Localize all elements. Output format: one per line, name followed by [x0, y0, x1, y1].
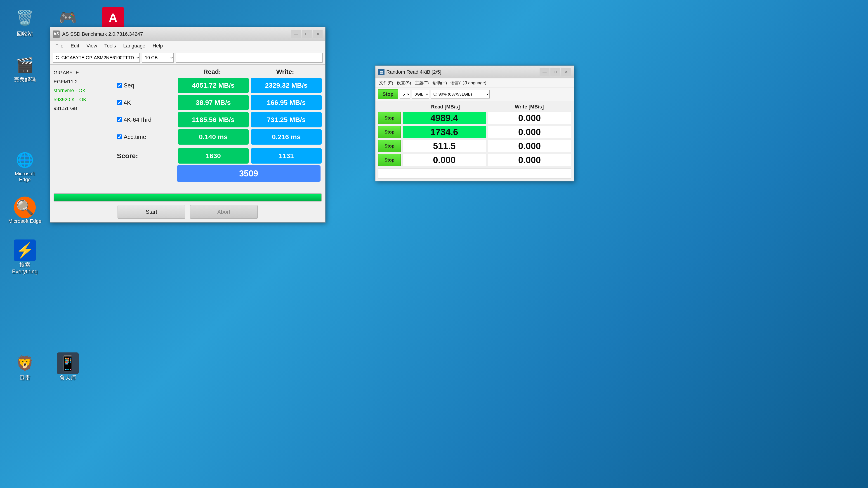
- progress-area: Start Abort: [54, 186, 322, 219]
- as-ssd-menubar: File Edit View Tools Language Help: [50, 41, 325, 51]
- progress-bar-bg: [54, 193, 322, 201]
- 4k-read-value: 38.97 MB/s: [178, 95, 249, 110]
- desktop-icon-recycle[interactable]: 🗑️ 回收站: [7, 7, 43, 37]
- adobe-icon: A: [102, 7, 124, 29]
- desktop-icon-nightgod[interactable]: 📱 鲁大师: [50, 352, 86, 381]
- desktop-icon-xunlei[interactable]: ⚡ 搜索Everything: [7, 239, 43, 275]
- column-headers: Read: Write:: [117, 68, 322, 75]
- edge-label: MicrosoftEdge: [15, 171, 35, 183]
- rand-content: Read [MB/s] Write [MB/s] Stop 4989.4 0.0…: [375, 101, 574, 181]
- rand-toolbar: Stop 5 8GiB C: 90% (837/931GiB): [375, 88, 574, 101]
- write-header: Write:: [249, 68, 322, 75]
- custom-path-input[interactable]: [176, 53, 322, 63]
- rand-close-button[interactable]: ✕: [561, 68, 571, 76]
- rand-menu-theme[interactable]: 主题(T): [413, 79, 431, 86]
- rand-menu-settings[interactable]: 设置(S): [395, 79, 413, 86]
- score-label: Score:: [117, 152, 176, 160]
- progress-text: [54, 186, 322, 193]
- acctime-row: Acc.time 0.140 ms 0.216 ms: [117, 129, 322, 144]
- menu-help[interactable]: Help: [149, 42, 166, 50]
- menu-language[interactable]: Language: [120, 42, 149, 50]
- rand-menubar: 文件(F) 设置(S) 主题(T) 帮助(H) 语言(L)(Language): [375, 78, 574, 88]
- score-row: Score: 1630 1131: [117, 148, 322, 164]
- seq-label: Seq: [124, 82, 134, 89]
- rand-menu-language[interactable]: 语言(L)(Language): [449, 79, 488, 86]
- as-ssd-titlebar: AS AS SSD Benchmark 2.0.7316.34247 — □ ✕: [50, 27, 325, 41]
- xunlei-icon: ⚡: [14, 239, 36, 261]
- games-icon: 🎮: [57, 7, 79, 29]
- 4k-row: 4K 38.97 MB/s 166.95 MB/s: [117, 95, 322, 110]
- xunlei-label: 搜索Everything: [7, 261, 43, 275]
- as-ssd-content: GIGABYTE EGFM11.2 stornvme - OK 593920 K…: [50, 65, 325, 222]
- rand-controls: — □ ✕: [539, 68, 571, 76]
- desktop-icon-ludashi[interactable]: 🦁 迅雷: [7, 352, 43, 381]
- rand-count-select[interactable]: 5: [400, 90, 410, 98]
- drive-select[interactable]: C: GIGABYTE GP-ASM2NE6100TTTD: [53, 53, 140, 63]
- ludashi-icon: 🦁: [14, 352, 36, 374]
- score-total-value: 3509: [177, 165, 320, 182]
- rand-stop-btn-3[interactable]: Stop: [378, 140, 401, 152]
- as-ssd-title: AS SSD Benchmark 2.0.7316.34247: [62, 31, 291, 37]
- menu-tools[interactable]: Tools: [101, 42, 120, 50]
- as-ssd-close-button[interactable]: ✕: [313, 30, 322, 38]
- menu-file[interactable]: File: [52, 42, 67, 50]
- as-ssd-minimize-button[interactable]: —: [291, 30, 301, 38]
- rand-maximize-button[interactable]: □: [550, 68, 560, 76]
- seq-checkbox[interactable]: [117, 83, 122, 88]
- decoder-label: 完美解码: [14, 76, 36, 83]
- rand-size-select[interactable]: 8GiB: [412, 90, 429, 98]
- seq-read-value: 4051.72 MB/s: [178, 78, 249, 93]
- 4k-checkbox[interactable]: [117, 100, 122, 105]
- desktop-icon-decoder[interactable]: 🎬 完美解码: [7, 54, 43, 83]
- read-header: Read:: [176, 68, 249, 75]
- desktop-icon-edge[interactable]: 🌐 MicrosoftEdge: [7, 149, 43, 183]
- abort-button[interactable]: Abort: [190, 205, 258, 219]
- rand-stop-btn-1[interactable]: Stop: [378, 111, 401, 124]
- rand-row-4: Stop 0.000 0.000: [378, 154, 571, 166]
- rand-minimize-button[interactable]: —: [539, 68, 550, 76]
- start-button[interactable]: Start: [118, 205, 185, 219]
- rand-read-header: Read [MB/s]: [403, 104, 487, 110]
- rand-stop-btn-4[interactable]: Stop: [378, 154, 401, 166]
- as-ssd-window: AS AS SSD Benchmark 2.0.7316.34247 — □ ✕…: [50, 27, 326, 223]
- acctime-read-value: 0.140 ms: [178, 129, 249, 144]
- benchmark-results: Read: Write: Seq 4051.72 MB/s 2329.32 MB…: [117, 68, 322, 182]
- 4k64-checkbox[interactable]: [117, 117, 122, 122]
- as-ssd-icon: AS: [53, 31, 60, 38]
- drive-firmware: EGFM11.2: [54, 77, 112, 86]
- acctime-checkbox[interactable]: [117, 134, 122, 139]
- progress-bar-fill: [54, 194, 321, 201]
- rand-drive-select[interactable]: C: 90% (837/931GiB): [431, 90, 490, 98]
- everything-label: Microsoft Edge: [8, 218, 41, 224]
- rand-read-val-2: 1734.6: [403, 126, 486, 138]
- rand-read-val-3: 511.5: [403, 140, 486, 152]
- drive-total: 931.51 GB: [54, 104, 112, 113]
- nightgod-icon: 📱: [57, 352, 79, 374]
- acctime-label: Acc.time: [124, 133, 146, 140]
- rand-read-val-4: 0.000: [403, 154, 486, 166]
- desktop-icon-everything[interactable]: 🔍 Microsoft Edge: [7, 197, 43, 224]
- rand-menu-file[interactable]: 文件(F): [377, 79, 395, 86]
- rand-row-2: Stop 1734.6 0.000: [378, 126, 571, 138]
- rand-icon: ▤: [378, 69, 384, 75]
- decoder-icon: 🎬: [14, 54, 36, 76]
- score-write-value: 1131: [251, 148, 322, 164]
- menu-view[interactable]: View: [83, 42, 101, 50]
- recycle-icon: 🗑️: [14, 7, 36, 29]
- menu-edit[interactable]: Edit: [67, 42, 83, 50]
- rand-menu-help[interactable]: 帮助(H): [431, 79, 449, 86]
- size-select[interactable]: 10 GB: [142, 53, 174, 63]
- rand-write-val-1: 0.000: [488, 111, 571, 124]
- rand-progress-area: [378, 168, 571, 178]
- nightgod-label: 鲁大师: [60, 374, 76, 381]
- score-read-value: 1630: [178, 148, 249, 164]
- rand-read-val-1: 4989.4: [403, 111, 486, 124]
- rand-title: Random Read 4KiB [2/5]: [386, 69, 539, 75]
- seq-write-value: 2329.32 MB/s: [251, 78, 322, 93]
- rand-stop-btn-2[interactable]: Stop: [378, 126, 401, 138]
- ludashi-label: 迅雷: [20, 374, 30, 381]
- 4k64-row: 4K-64Thrd 1185.56 MB/s 731.25 MB/s: [117, 112, 322, 127]
- as-ssd-maximize-button[interactable]: □: [302, 30, 312, 38]
- rand-write-header: Write [MB/s]: [487, 104, 571, 110]
- rand-main-stop-button[interactable]: Stop: [378, 89, 398, 99]
